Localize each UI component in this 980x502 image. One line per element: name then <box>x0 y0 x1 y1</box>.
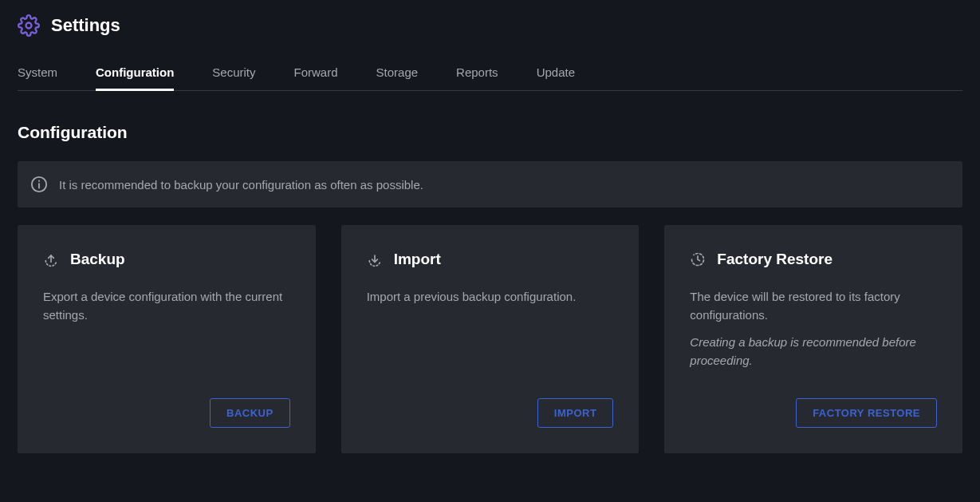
card-backup-desc: Export a device configuration with the c… <box>43 287 290 325</box>
backup-button[interactable]: BACKUP <box>210 398 290 428</box>
import-button[interactable]: IMPORT <box>537 398 614 428</box>
card-backup-title: Backup <box>70 251 125 268</box>
page-title: Settings <box>51 15 120 36</box>
card-import-desc: Import a previous backup configuration. <box>367 287 614 306</box>
tab-storage[interactable]: Storage <box>376 65 419 90</box>
tab-configuration[interactable]: Configuration <box>96 65 174 90</box>
restore-icon <box>690 251 706 267</box>
factory-restore-button[interactable]: FACTORY RESTORE <box>796 398 937 428</box>
tab-forward[interactable]: Forward <box>294 65 338 90</box>
card-restore-desc: The device will be restored to its facto… <box>690 287 937 325</box>
card-restore-note: Creating a backup is recommended before … <box>690 333 937 370</box>
tab-security[interactable]: Security <box>212 65 255 90</box>
info-icon <box>30 176 48 193</box>
download-icon <box>367 251 383 267</box>
tab-update[interactable]: Update <box>537 65 575 90</box>
banner-text: It is recommended to backup your configu… <box>59 178 423 192</box>
info-banner: It is recommended to backup your configu… <box>18 161 962 208</box>
card-restore: Factory Restore The device will be resto… <box>664 225 962 453</box>
cards-row: Backup Export a device configuration wit… <box>18 225 962 453</box>
section-title: Configuration <box>18 123 962 142</box>
card-import: Import Import a previous backup configur… <box>341 225 640 453</box>
tabs: System Configuration Security Forward St… <box>18 65 962 91</box>
svg-point-0 <box>26 23 32 29</box>
gear-icon <box>18 14 40 37</box>
card-restore-title: Factory Restore <box>717 251 832 268</box>
tab-reports[interactable]: Reports <box>456 65 498 90</box>
card-backup: Backup Export a device configuration wit… <box>18 225 316 453</box>
card-import-title: Import <box>394 251 441 268</box>
page-header: Settings <box>18 14 962 37</box>
tab-system[interactable]: System <box>18 65 57 90</box>
upload-icon <box>43 251 59 267</box>
